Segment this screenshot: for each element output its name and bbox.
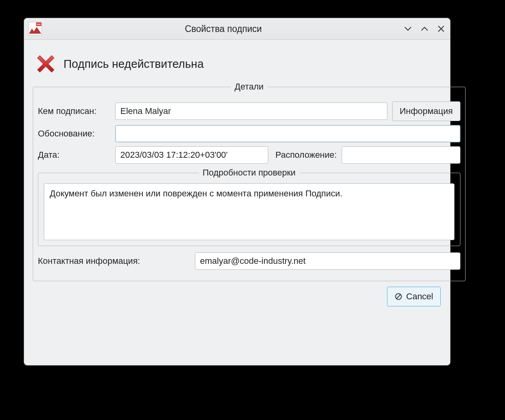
contact-field[interactable] xyxy=(195,252,460,270)
date-label: Дата: xyxy=(38,150,110,160)
signed-by-row: Кем подписан: Информация xyxy=(38,101,460,121)
close-icon[interactable] xyxy=(436,24,446,34)
cancel-button[interactable]: Cancel xyxy=(387,287,441,306)
chevron-down-icon[interactable] xyxy=(403,24,413,34)
chevron-up-icon[interactable] xyxy=(419,24,430,34)
date-field[interactable] xyxy=(115,146,268,164)
reason-field[interactable] xyxy=(115,125,460,142)
signed-by-field[interactable] xyxy=(115,103,387,120)
dialog-body: Подпись недействительна Детали Кем подпи… xyxy=(24,40,450,365)
signed-by-label: Кем подписан: xyxy=(38,106,110,116)
location-label: Расположение: xyxy=(275,150,337,160)
contact-row: Контактная информация: xyxy=(38,252,460,270)
contact-label: Контактная информация: xyxy=(38,256,190,266)
titlebar: PDF Свойства подписи xyxy=(24,18,450,40)
reason-label: Обоснование: xyxy=(38,129,110,139)
signature-status-text: Подпись недействительна xyxy=(64,58,204,71)
details-legend: Детали xyxy=(231,82,268,92)
info-button[interactable]: Информация xyxy=(392,101,460,121)
verification-group: Подробности проверки Документ был измене… xyxy=(38,168,460,246)
window-buttons xyxy=(403,24,446,34)
titlebar-title: Свойства подписи xyxy=(44,24,403,34)
date-location-row: Дата: Расположение: xyxy=(38,146,460,164)
verification-message[interactable]: Документ был изменен или поврежден с мом… xyxy=(44,183,454,240)
pdf-app-icon: PDF xyxy=(28,22,42,36)
reason-row: Обоснование: xyxy=(38,125,460,142)
cancel-button-label: Cancel xyxy=(406,291,433,302)
error-x-icon xyxy=(35,53,56,75)
verification-legend: Подробности проверки xyxy=(199,168,300,178)
signature-status-row: Подпись недействительна xyxy=(32,45,442,82)
location-field[interactable] xyxy=(342,146,460,164)
cancel-icon xyxy=(395,293,402,301)
signature-properties-dialog: PDF Свойства подписи xyxy=(24,18,451,366)
svg-line-4 xyxy=(397,295,400,299)
dialog-footer: Cancel xyxy=(32,281,442,306)
info-button-label: Информация xyxy=(400,106,453,116)
svg-text:PDF: PDF xyxy=(36,23,41,26)
details-group: Детали Кем подписан: Информация Обоснова… xyxy=(33,82,466,281)
